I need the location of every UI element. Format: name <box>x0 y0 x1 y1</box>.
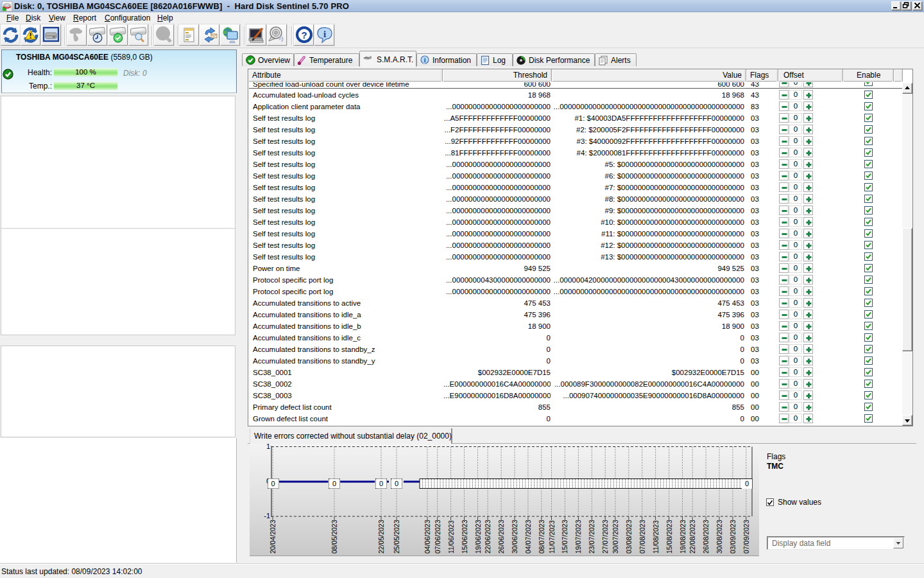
svg-text:?: ? <box>301 30 307 40</box>
svg-text:i: i <box>323 29 326 39</box>
svg-text:i: i <box>424 57 426 64</box>
